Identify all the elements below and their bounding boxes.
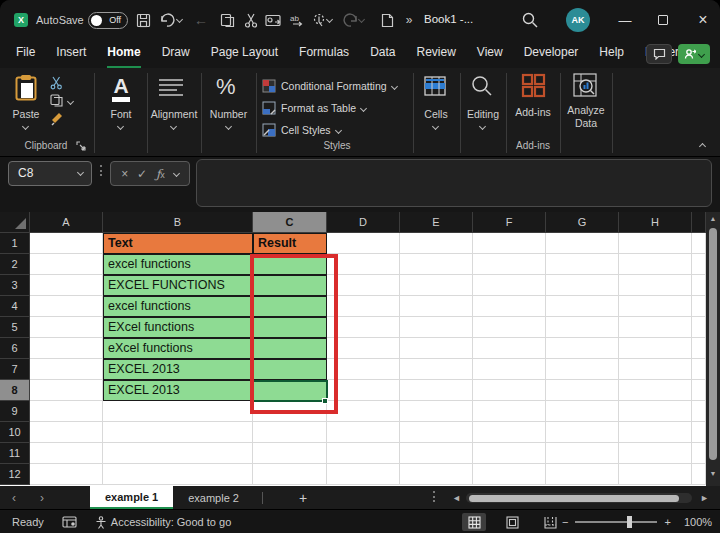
row-header-6[interactable]: 6 xyxy=(0,338,30,359)
analyze-data-label[interactable]: Analyze Data xyxy=(560,104,612,130)
ribbon-copy-icon[interactable] xyxy=(50,94,63,107)
cell-F8[interactable] xyxy=(473,380,546,401)
cell-B6[interactable]: eXcel functions xyxy=(103,338,253,359)
cancel-icon[interactable]: × xyxy=(121,167,128,181)
cell-x6[interactable] xyxy=(692,338,706,359)
cell-B4[interactable]: excel functions xyxy=(103,296,253,317)
share-button[interactable] xyxy=(678,44,710,64)
row-header-9[interactable]: 9 xyxy=(0,401,30,422)
sheet-next-icon[interactable]: › xyxy=(28,486,56,509)
cell-F6[interactable] xyxy=(473,338,546,359)
cell-E3[interactable] xyxy=(400,275,473,296)
cell-G7[interactable] xyxy=(546,359,619,380)
cell-F7[interactable] xyxy=(473,359,546,380)
menu-tab-page-layout[interactable]: Page Layout xyxy=(211,45,278,68)
cell-E10[interactable] xyxy=(400,422,473,443)
back-icon[interactable]: ← xyxy=(192,11,210,29)
cell-H11[interactable] xyxy=(619,443,692,464)
column-header-G[interactable]: G xyxy=(546,212,619,233)
row-header-3[interactable]: 3 xyxy=(0,275,30,296)
format-painter-icon[interactable] xyxy=(50,112,64,126)
cell-G6[interactable] xyxy=(546,338,619,359)
cell-E6[interactable] xyxy=(400,338,473,359)
cell-H9[interactable] xyxy=(619,401,692,422)
font-label[interactable]: Font xyxy=(96,108,146,120)
tabbar-dots-icon[interactable] xyxy=(433,491,435,502)
undo-dropdown-icon[interactable] xyxy=(176,16,183,23)
cell-B10[interactable] xyxy=(103,422,253,443)
qat-overflow-icon[interactable]: » xyxy=(400,11,418,29)
cell-H2[interactable] xyxy=(619,254,692,275)
insert-function-icon[interactable]: ƒx xyxy=(156,167,165,181)
add-ins-label[interactable]: Add-ins xyxy=(506,106,560,118)
undo-icon[interactable] xyxy=(158,11,176,29)
menu-tab-draw[interactable]: Draw xyxy=(162,45,190,68)
maximize-button[interactable] xyxy=(646,0,680,40)
menu-tab-view[interactable]: View xyxy=(477,45,503,68)
row-header-2[interactable]: 2 xyxy=(0,254,30,275)
cell-B3[interactable]: EXCEL FUNCTIONS xyxy=(103,275,253,296)
cell-A10[interactable] xyxy=(30,422,103,443)
cell-x2[interactable] xyxy=(692,254,706,275)
row-header-1[interactable]: 1 xyxy=(0,233,30,254)
hscroll-left-icon[interactable]: ◄ xyxy=(452,493,461,503)
cell-A7[interactable] xyxy=(30,359,103,380)
cell-H6[interactable] xyxy=(619,338,692,359)
email-icon[interactable] xyxy=(264,11,282,29)
comments-button[interactable] xyxy=(646,44,672,64)
add-sheet-button[interactable]: + xyxy=(299,486,307,509)
column-header-A[interactable]: A xyxy=(30,212,103,233)
cell-E12[interactable] xyxy=(400,464,473,485)
cell-A1[interactable] xyxy=(30,233,103,254)
vertical-scrollbar[interactable]: ▲ ▼ xyxy=(706,212,720,486)
cell-A2[interactable] xyxy=(30,254,103,275)
column-header-C[interactable]: C xyxy=(253,212,327,233)
normal-view-icon[interactable] xyxy=(462,513,486,531)
menu-tab-insert[interactable]: Insert xyxy=(56,45,86,68)
cell-styles-button[interactable]: Cell Styles xyxy=(262,120,412,140)
zoom-out-icon[interactable]: − xyxy=(562,516,568,528)
menu-tab-home[interactable]: Home xyxy=(107,45,140,68)
row-header-12[interactable]: 12 xyxy=(0,464,30,485)
column-header-B[interactable]: B xyxy=(103,212,253,233)
cell-D10[interactable] xyxy=(327,422,400,443)
cell-H8[interactable] xyxy=(619,380,692,401)
editing-dropdown-icon[interactable] xyxy=(479,123,486,130)
cell-A8[interactable] xyxy=(30,380,103,401)
cell-F11[interactable] xyxy=(473,443,546,464)
add-ins-icon[interactable] xyxy=(521,73,546,98)
cell-A3[interactable] xyxy=(30,275,103,296)
cell-H1[interactable] xyxy=(619,233,692,254)
cell-H4[interactable] xyxy=(619,296,692,317)
cell-A12[interactable] xyxy=(30,464,103,485)
row-header-7[interactable]: 7 xyxy=(0,359,30,380)
cell-G11[interactable] xyxy=(546,443,619,464)
enter-icon[interactable]: ✓ xyxy=(137,167,147,181)
cell-B7[interactable]: EXCEL 2013 xyxy=(103,359,253,380)
cells-icon[interactable] xyxy=(424,76,446,96)
copy-dropdown-icon[interactable] xyxy=(67,98,74,105)
cell-G1[interactable] xyxy=(546,233,619,254)
cell-B11[interactable] xyxy=(103,443,253,464)
zoom-in-icon[interactable]: + xyxy=(664,516,670,528)
cell-A4[interactable] xyxy=(30,296,103,317)
cell-E4[interactable] xyxy=(400,296,473,317)
cell-H7[interactable] xyxy=(619,359,692,380)
cell-H12[interactable] xyxy=(619,464,692,485)
cell-C10[interactable] xyxy=(253,422,327,443)
cell-x12[interactable] xyxy=(692,464,706,485)
cell-F9[interactable] xyxy=(473,401,546,422)
cut-icon[interactable] xyxy=(242,11,260,29)
cell-H10[interactable] xyxy=(619,422,692,443)
zoom-slider[interactable] xyxy=(575,521,657,523)
alignment-icon[interactable] xyxy=(158,78,184,98)
new-document-icon[interactable] xyxy=(378,11,396,29)
hscroll-right-icon[interactable]: ► xyxy=(700,493,709,503)
number-format-icon[interactable]: % xyxy=(216,74,236,100)
column-header-F[interactable]: F xyxy=(473,212,546,233)
cell-D12[interactable] xyxy=(327,464,400,485)
cell-B9[interactable] xyxy=(103,401,253,422)
cell-C11[interactable] xyxy=(253,443,327,464)
cell-H3[interactable] xyxy=(619,275,692,296)
ribbon-cut-icon[interactable] xyxy=(50,76,63,90)
